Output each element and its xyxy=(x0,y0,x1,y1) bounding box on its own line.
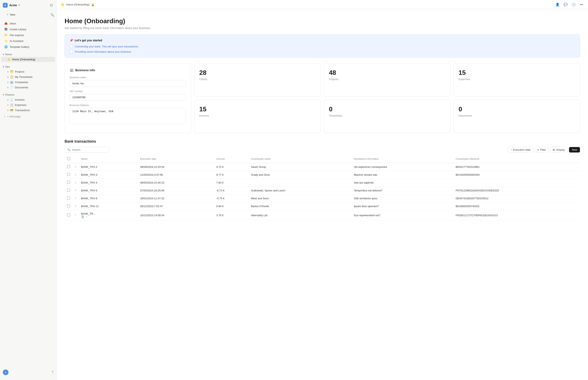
stat-number-documents: 0 xyxy=(459,106,462,113)
row-counterpart xyxy=(249,179,352,187)
dot-icon xyxy=(7,110,8,111)
stat-label-documents: Documents xyxy=(459,114,472,117)
th-amount: Amount xyxy=(214,155,249,163)
display-button[interactable]: ⊞ Display xyxy=(550,147,568,153)
new-button[interactable]: + New xyxy=(4,12,48,18)
workspace-avatar: A xyxy=(3,3,8,8)
row-amount: -6.73 € xyxy=(214,187,249,194)
sidebar-header: A Acme ▾ ⊡ xyxy=(0,0,56,10)
plus-icon: + xyxy=(4,115,6,118)
row-checkbox[interactable] xyxy=(67,204,70,207)
sidebar-section-ops-header[interactable]: ▾ Ops xyxy=(0,65,56,69)
sidebar-item-file-explorer[interactable]: 📁 File explorer xyxy=(1,32,55,38)
row-date: 08/05/2024,15:40:13 xyxy=(138,179,214,187)
search-input[interactable] xyxy=(72,148,106,151)
edit-icon[interactable]: ✓ xyxy=(86,215,88,218)
row-counterpart: Grady and Sons xyxy=(249,171,352,179)
topbar-right: 👤 💬 🕐 ••• xyxy=(555,2,584,7)
sidebar-item-companies[interactable]: 🏢 Companies xyxy=(1,80,55,85)
getting-started-item-bank[interactable]: Connecting your bank. This will sync you… xyxy=(70,45,575,48)
sidebar-item-transactions[interactable]: 💳 Transactions xyxy=(1,108,55,113)
th-name: Name xyxy=(79,155,138,163)
sidebar-item-projects[interactable]: 🗂️ Projects xyxy=(1,69,55,74)
row-name: BANK_TRX-11 xyxy=(79,202,138,210)
row-checkbox[interactable] xyxy=(67,173,70,176)
sidebar: A Acme ▾ ⊡ + New 🔍 📥 Inbox 📚 Assets Libr… xyxy=(0,0,57,380)
business-name-label: Business name xyxy=(70,76,186,79)
row-checkbox[interactable] xyxy=(67,189,70,192)
display-icon: ⊞ xyxy=(553,148,555,151)
page-star-icon: ⭐ xyxy=(60,3,65,6)
vat-number-input[interactable] xyxy=(70,94,186,101)
sidebar-item-home-onboarding[interactable]: ⭐ Home (Onboarding) xyxy=(1,57,55,62)
toolbar-right: ↑ Execution date ≡ Filter ⊞ Display New xyxy=(508,147,580,153)
sidebar-item-inbox[interactable]: 📥 Inbox xyxy=(1,20,55,26)
sidebar-item-expenses[interactable]: 📋 Expenses xyxy=(1,102,55,108)
sidebar-item-documents[interactable]: 📄 Documents xyxy=(1,85,55,90)
timesheets-icon: 📋 xyxy=(10,76,13,78)
row-reference xyxy=(453,179,580,187)
add-page-button[interactable]: + + Add page xyxy=(1,114,55,119)
row-checkbox[interactable] xyxy=(67,165,70,168)
stat-number-timesheets: 0 xyxy=(329,106,333,113)
row-checkbox[interactable] xyxy=(67,213,70,216)
row-checkbox-cell xyxy=(65,171,72,179)
sidebar-section-finance: ▾ Finance 🧾 Invoices 📋 Expenses 💳 Transa… xyxy=(0,93,56,113)
workspace-name[interactable]: A Acme ▾ xyxy=(3,3,20,8)
help-button[interactable]: ? xyxy=(52,371,54,374)
th-counterpart: Counterpart name xyxy=(249,155,352,163)
star-icon: ⭐ xyxy=(7,58,11,61)
building-icon: 🏢 xyxy=(70,68,74,72)
filter-button[interactable]: ≡ Filter xyxy=(535,147,549,153)
sidebar-toggle-button[interactable]: ⊡ xyxy=(49,2,54,8)
new-transaction-button[interactable]: New xyxy=(569,147,580,152)
sidebar-item-my-timesheets-label: My Timesheets xyxy=(15,76,33,78)
sidebar-bottom: A ? xyxy=(0,368,56,377)
row-checkbox-cell xyxy=(65,210,72,220)
row-num: 5 xyxy=(72,194,79,202)
row-checkbox[interactable] xyxy=(67,181,70,184)
dot-icon xyxy=(7,104,8,106)
row-num: 3 xyxy=(72,179,79,187)
execution-date-button[interactable]: ↑ Execution date xyxy=(508,147,533,153)
history-icon-button[interactable]: 🕐 xyxy=(571,2,576,7)
row-name: BANK_TRX-4 xyxy=(79,179,138,187)
checkbox-bank[interactable] xyxy=(70,45,73,48)
select-all-checkbox[interactable] xyxy=(67,157,70,160)
row-reference: DE40741926267792025912 xyxy=(453,194,580,202)
table-row: 1 BANK_TRX-2 08/06/2024,12:33:54 4.72 € … xyxy=(65,163,580,171)
page-subtitle: Get started by filling out some basic in… xyxy=(65,26,580,30)
filter-label: Filter xyxy=(540,148,546,151)
business-address-textarea[interactable]: 1234 Main St, Anytown, USA xyxy=(70,108,186,124)
sidebar-section-finance-header[interactable]: ▾ Finance xyxy=(0,93,56,97)
user-circle-icon-button[interactable]: 👤 xyxy=(555,2,560,7)
row-checkbox[interactable] xyxy=(67,196,70,199)
delete-icon[interactable]: 🗑️ xyxy=(81,215,84,218)
sidebar-item-ai-assistant[interactable]: ✨ AI Assistant xyxy=(1,38,55,44)
more-options-button[interactable]: ••• xyxy=(579,2,584,7)
chat-icon-button[interactable]: 💬 xyxy=(563,2,568,7)
user-avatar[interactable]: A xyxy=(3,369,8,375)
sidebar-item-template-gallery[interactable]: 🌐 Template Gallery xyxy=(1,44,55,50)
th-remittance: Remittance information xyxy=(352,155,453,163)
row-num: 2 xyxy=(72,171,79,179)
row-counterpart: West and Sons xyxy=(249,194,352,202)
checkbox-business[interactable] xyxy=(70,50,73,53)
sidebar-item-assets-library[interactable]: 📚 Assets Library xyxy=(1,26,55,32)
stat-card-expenses: 15 Expenses xyxy=(454,63,580,96)
row-remittance: Eos reprehenderit est? xyxy=(352,210,453,220)
stat-card-timesheets: 0 Timesheets xyxy=(324,100,451,133)
row-name: BANK_TRX-5 xyxy=(79,187,138,194)
documents-icon: 📄 xyxy=(10,86,13,89)
stat-card-projects: 48 Projects xyxy=(324,63,451,96)
sidebar-item-invoices[interactable]: 🧾 Invoices xyxy=(1,97,55,102)
search-button[interactable]: 🔍 xyxy=(50,13,54,17)
sidebar-section-home-header[interactable]: ▾ Home xyxy=(0,52,56,57)
getting-started-item-business[interactable]: Providing some information about your bu… xyxy=(70,50,575,53)
stat-label-invoices: Invoices xyxy=(199,114,209,117)
sidebar-item-my-timesheets[interactable]: 📋 My Timesheets xyxy=(1,75,55,79)
chevron-down-icon: ▾ xyxy=(3,65,4,68)
getting-started-card: 📌 Let's get you started Connecting your … xyxy=(65,35,580,57)
row-date: 28/01/2024,11:37:22 xyxy=(138,194,214,202)
business-name-input[interactable] xyxy=(70,80,186,87)
